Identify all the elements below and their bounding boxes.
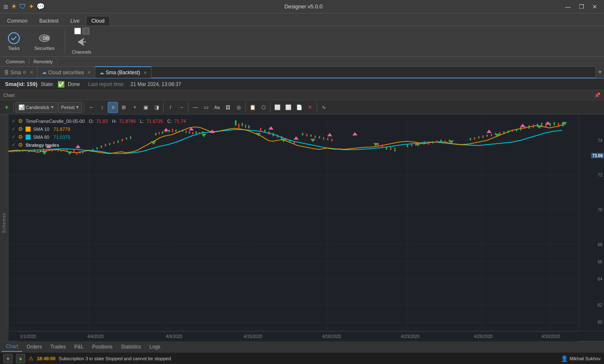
svg-rect-52	[199, 132, 200, 134]
scale-btn[interactable]: ↕	[97, 102, 107, 113]
svg-rect-5	[10, 151, 12, 152]
color2-btn[interactable]: ⬜	[283, 102, 293, 113]
y-label-66: 66	[598, 259, 602, 264]
svg-rect-88	[436, 140, 437, 143]
subtab-common[interactable]: Common	[2, 58, 29, 65]
wave-btn[interactable]: ∿	[319, 102, 329, 113]
status-time: 18:49:00	[37, 356, 55, 361]
svg-rect-104	[520, 127, 521, 130]
share-btn[interactable]: ◎	[234, 102, 244, 113]
app-title: Designer v5.0.0	[45, 3, 562, 10]
svg-rect-27	[79, 151, 81, 153]
securities-label: Securities	[34, 46, 55, 51]
toolbar-sep-1	[13, 102, 14, 112]
rect-btn[interactable]: ▭	[201, 102, 211, 113]
toolbar-sep-7	[317, 102, 317, 112]
y-label-74: 74	[598, 138, 602, 143]
window-controls: — ❐ ✕	[562, 2, 601, 11]
ribbon: Tasks DB Securities Channels	[0, 26, 604, 57]
tab-close-sma[interactable]: ✕	[30, 70, 33, 75]
tab-close-backtest[interactable]: ✕	[143, 70, 147, 75]
draw-line-btn[interactable]: /	[165, 102, 175, 113]
x-axis-ypad	[579, 331, 604, 341]
legend-l-val: 71.6725	[146, 119, 163, 124]
tab-close-cloud[interactable]: ✕	[87, 70, 91, 75]
schema-panel: Schemas	[0, 114, 8, 331]
halfpanel-btn[interactable]: ◨	[151, 102, 161, 113]
close-button[interactable]: ✕	[589, 2, 601, 11]
x-axis: 1/1/2020 4/4/2020 4/9/2020 4/15/2020 4/1…	[17, 331, 579, 341]
cross-btn[interactable]: +	[130, 102, 140, 113]
report-value: 21 Mar 2024, 13:08:37	[130, 81, 181, 87]
period-dropdown[interactable]: Period ▼	[58, 102, 83, 113]
svg-marker-130	[201, 134, 206, 137]
bottom-tab-orders[interactable]: Orders	[22, 342, 46, 351]
tasks-icon	[7, 31, 21, 45]
user-info: 👤 Mikhail Sukhov	[561, 355, 601, 362]
maximize-button[interactable]: ❐	[575, 2, 587, 11]
svg-rect-92	[470, 138, 471, 140]
done-check-icon: ✅	[57, 81, 65, 88]
chart-pin-icon: 📌	[594, 92, 601, 98]
svg-rect-96	[487, 135, 488, 137]
svg-text:DB: DB	[43, 36, 49, 41]
image-btn[interactable]: 🖼	[223, 102, 233, 113]
chart-area[interactable]: ✓ ⚙ TimeFrameCandle_00-05-00 O: 71.83 H:…	[8, 114, 579, 331]
doc-tab-sma-backtest-label: Sma (Backtest)	[106, 70, 140, 75]
doc-tab-arrow[interactable]: ▼	[596, 66, 604, 78]
add-indicator-button[interactable]: +	[2, 102, 12, 113]
copy-btn[interactable]: 📄	[294, 102, 304, 113]
svg-rect-87	[432, 141, 433, 143]
legend-candle: ✓ ⚙ TimeFrameCandle_00-05-00 O: 71.83 H:…	[12, 118, 186, 124]
panel-btn[interactable]: ▣	[141, 102, 151, 113]
chart-type-dropdown[interactable]: 📊 Candlestick ▼	[16, 102, 57, 113]
bottom-tab-logs[interactable]: Logs	[145, 342, 164, 351]
period-arrow-icon: ▼	[76, 105, 80, 109]
tab-live[interactable]: Live	[65, 16, 85, 26]
grid-btn[interactable]: ⊞	[119, 102, 129, 113]
bottom-tab-trades[interactable]: Trades	[46, 342, 70, 351]
subtab-remotely[interactable]: Remotely	[29, 58, 57, 65]
green-dot-button[interactable]: ●	[16, 354, 25, 363]
doc-tab-cloud-securities[interactable]: ☁ Cloud securities ✕	[38, 66, 95, 78]
svg-marker-124	[487, 130, 492, 133]
delete-btn[interactable]: ✕	[305, 102, 315, 113]
doc-tab-sma-backtest[interactable]: ☁ Sma (Backtest) ✕	[95, 66, 151, 78]
svg-rect-63	[277, 135, 278, 138]
bottom-tab-pnl[interactable]: P&L	[70, 342, 88, 351]
user-icon: 👤	[561, 355, 568, 362]
bottom-tab-positions[interactable]: Positions	[88, 342, 117, 351]
legend-l-label: L:	[140, 119, 144, 124]
svg-rect-73	[323, 137, 324, 140]
svg-rect-82	[411, 144, 412, 146]
draw-arrow-btn[interactable]: →	[176, 102, 186, 113]
securities-button[interactable]: DB Securities	[31, 30, 58, 52]
chart-header-label: Chart	[3, 93, 15, 98]
minimize-button[interactable]: —	[562, 2, 574, 11]
share2-btn[interactable]: ⬡	[258, 102, 268, 113]
x-label-2: 4/4/2020	[87, 334, 104, 339]
svg-rect-93	[474, 137, 475, 140]
bottom-tab-statistics[interactable]: Statistics	[117, 342, 145, 351]
tab-common[interactable]: Common	[2, 16, 33, 26]
template-btn[interactable]: 📋	[247, 102, 258, 113]
tab-cloud[interactable]: Cloud	[86, 16, 110, 26]
schemas-label: Schemas	[2, 213, 6, 233]
list-btn[interactable]: ≡	[108, 102, 118, 113]
doc-tab-sma[interactable]: 🗄 Sma ⚙ ✕	[0, 66, 38, 78]
horiz-line-btn[interactable]: —	[190, 102, 200, 113]
tab-backtest[interactable]: Backtest	[34, 16, 64, 26]
legend-color-sma80	[26, 135, 31, 140]
bottom-tab-chart[interactable]: Chart	[2, 342, 22, 352]
scroll-btn[interactable]: ↔	[86, 102, 96, 113]
svg-rect-59	[260, 128, 261, 131]
channels-send-icon	[76, 36, 88, 48]
tasks-button[interactable]: Tasks	[3, 30, 24, 52]
svg-rect-7	[16, 150, 18, 152]
svg-rect-74	[327, 138, 328, 140]
y-label-60: 60	[598, 320, 602, 325]
text-btn[interactable]: Aa	[212, 102, 222, 113]
color-btn[interactable]: ⬜	[272, 102, 282, 113]
add-button[interactable]: +	[3, 354, 13, 363]
x-label-6: 4/23/2020	[401, 334, 420, 339]
